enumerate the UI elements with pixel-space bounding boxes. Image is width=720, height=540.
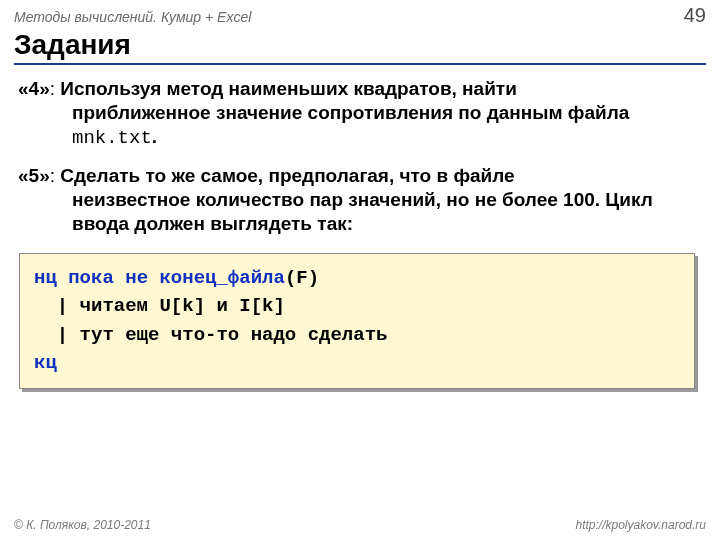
task-5-badge: «5» (18, 165, 50, 186)
task-5-l1: Сделать то же самое, предполагая, что в … (60, 165, 514, 186)
task-4-sep: : (50, 78, 61, 99)
page-title: Задания (0, 29, 720, 63)
task-4-l2a: приближенное значение сопротивления по д… (72, 102, 629, 123)
code-comment-2: | тут еще что-то надо сделать (34, 324, 387, 346)
kw-nc: нц (34, 267, 57, 289)
task-5-sep: : (50, 165, 61, 186)
footer-copyright: © К. Поляков, 2010-2011 (14, 518, 151, 532)
header-title: Методы вычислений. Кумир + Excel (14, 9, 251, 25)
footer: © К. Поляков, 2010-2011 http://kpolyakov… (0, 518, 720, 532)
code-fn: конец_файла (159, 267, 284, 289)
code-block-shadow: нц пока не конец_файла(F) | читаем U[k] … (22, 256, 698, 392)
task-4-badge: «4» (18, 78, 50, 99)
page-number: 49 (684, 4, 706, 27)
task-4-dot: . (152, 126, 157, 147)
task-4-l1: Используя метод наименьших квадратов, на… (60, 78, 517, 99)
code-arg: (F) (285, 267, 319, 289)
task-5: «5»: Сделать то же самое, предполагая, ч… (0, 164, 720, 249)
code-comment-1: | читаем U[k] и I[k] (34, 295, 285, 317)
task-5-l2: неизвестное количество пар значений, но … (72, 189, 653, 234)
code-sp (148, 267, 159, 289)
kw-poka: пока (57, 267, 125, 289)
title-underline (14, 63, 706, 65)
kw-ne: не (125, 267, 148, 289)
header: Методы вычислений. Кумир + Excel 49 (0, 0, 720, 29)
task-4-filename: mnk.txt (72, 127, 152, 149)
code-block: нц пока не конец_файла(F) | читаем U[k] … (19, 253, 695, 389)
kw-kc: кц (34, 352, 57, 374)
footer-url: http://kpolyakov.narod.ru (575, 518, 706, 532)
task-4: «4»: Используя метод наименьших квадрато… (0, 77, 720, 164)
